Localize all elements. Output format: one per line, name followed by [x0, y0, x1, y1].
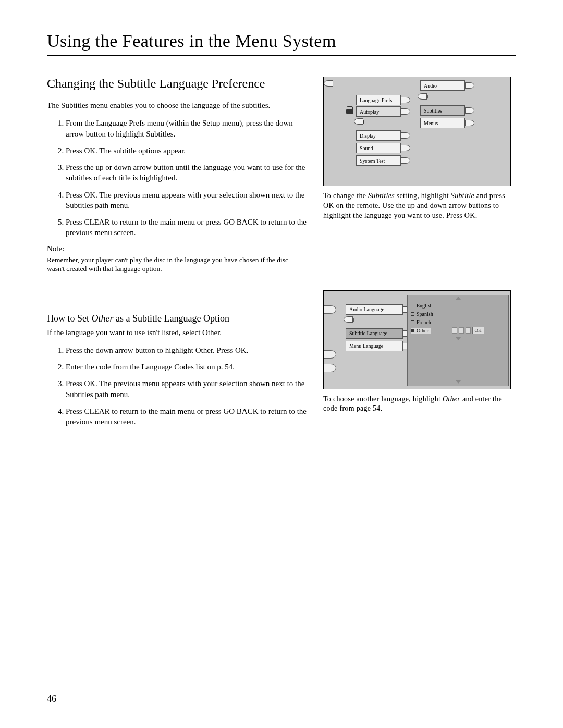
section-2-figure-col: Audio Language Subtitle Language Menu La…: [323, 289, 511, 414]
arrow-up-icon: [456, 297, 461, 300]
step: Press CLEAR to return to the main menu o…: [66, 406, 308, 427]
menu-item-display: Display: [356, 130, 401, 141]
submenu-item-audio: Audio: [420, 80, 465, 91]
menu-item-autoplay: Autoplay: [356, 106, 401, 117]
menu-item-system-test: System Test: [356, 155, 401, 166]
option-spanish: Spanish: [411, 311, 433, 317]
section-2-row: How to Set Other as a Subtitle Language …: [47, 289, 516, 434]
connector-icon: [324, 80, 333, 87]
connector-icon: [354, 118, 363, 125]
section-1-heading: Changing the Subtitle Language Preferenc…: [47, 77, 308, 91]
arrow-down-icon: [456, 337, 461, 340]
section-1-row: Changing the Subtitle Language Preferenc…: [47, 77, 516, 274]
step: Press the down arrow button to highlight…: [66, 345, 308, 355]
menu-item-language-prefs: Language Prefs: [356, 95, 401, 105]
section-1-intro: The Subtitles menu enables you to choose…: [47, 100, 308, 110]
options-panel: English Spanish French Other – OK: [407, 295, 509, 386]
section-2-intro: If the language you want to use isn't li…: [47, 327, 308, 338]
figure-1-caption: To change the Subtitles setting, highlig…: [323, 191, 511, 221]
ok-button: OK: [472, 327, 484, 334]
step: Press OK. The subtitle options appear.: [66, 145, 308, 156]
connector-icon: [401, 132, 410, 139]
lock-icon: [347, 106, 353, 114]
section-2-text: How to Set Other as a Subtitle Language …: [47, 289, 308, 434]
page-number: 46: [47, 694, 56, 705]
menu-item-sound: Sound: [356, 143, 401, 153]
step: From the Language Prefs menu (within the…: [66, 118, 308, 139]
note-text: Remember, your player can't play the dis…: [47, 255, 308, 274]
figure-2-caption: To choose another language, highlight Ot…: [323, 394, 511, 414]
figure-2: Audio Language Subtitle Language Menu La…: [323, 290, 511, 389]
connector-icon: [401, 97, 410, 103]
menu-item-audio-language: Audio Language: [346, 304, 403, 315]
menu-item-menu-language: Menu Language: [346, 341, 403, 351]
step: Enter the code from the Language Codes l…: [66, 362, 308, 372]
step: Press OK. The previous menu appears with…: [66, 190, 308, 211]
section-2-heading: How to Set Other as a Subtitle Language …: [47, 313, 308, 324]
step: Press the up or down arrow button until …: [66, 162, 308, 183]
section-1-figure-col: Language Prefs Autoplay Display Sound Sy…: [323, 77, 511, 221]
option-other: Other: [411, 328, 431, 334]
title-rule: [47, 55, 516, 56]
menu-item-subtitle-language: Subtitle Language: [346, 328, 403, 339]
option-english: English: [411, 303, 433, 309]
connector-icon: [401, 145, 410, 151]
section-1-steps: From the Language Prefs menu (within the…: [47, 118, 308, 238]
section-2-steps: Press the down arrow button to highlight…: [47, 345, 308, 427]
connector-icon: [465, 107, 474, 114]
figure-1: Language Prefs Autoplay Display Sound Sy…: [323, 77, 511, 186]
note-label: Note:: [47, 244, 308, 253]
connector-icon: [344, 316, 353, 323]
arrow-down-icon: [456, 380, 461, 384]
step: Press OK. The previous menu appears with…: [66, 378, 308, 400]
submenu-item-subtitles: Subtitles: [420, 105, 465, 116]
connector-icon: [465, 82, 474, 89]
step: Press CLEAR to return to the main menu o…: [66, 217, 308, 238]
section-1-text: Changing the Subtitle Language Preferenc…: [47, 77, 308, 274]
language-code-entry: – OK: [447, 327, 484, 334]
option-french: French: [411, 319, 431, 325]
connector-icon: [465, 120, 474, 126]
submenu-item-menus: Menus: [420, 118, 465, 128]
connector-icon: [401, 108, 410, 115]
connector-icon: [418, 93, 427, 100]
connector-icon: [401, 157, 410, 164]
page-title: Using the Features in the Menu System: [47, 31, 516, 51]
